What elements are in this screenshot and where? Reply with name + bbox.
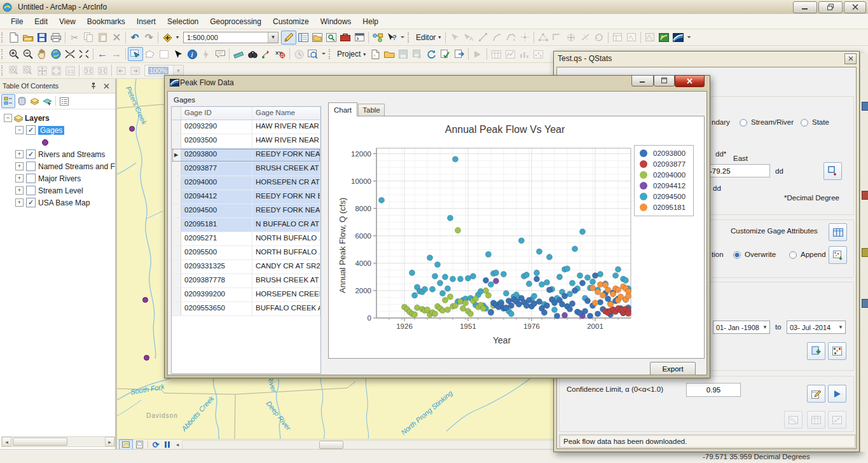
overwrite-radio-label[interactable]: Overwrite: [745, 251, 776, 258]
toc-named-streams-label[interactable]: Named Streams and F: [38, 162, 115, 171]
gage-point[interactable]: [144, 355, 149, 361]
arctoolbox-icon[interactable]: [338, 31, 352, 44]
toolbar-overflow-chevron[interactable]: ⏷: [399, 31, 406, 44]
undo-icon[interactable]: ↶: [128, 31, 142, 44]
state-radio-label[interactable]: State: [812, 118, 829, 126]
show-bars-icon[interactable]: [517, 48, 531, 60]
toc-node-major-rivers[interactable]: + Major Rivers: [0, 172, 115, 184]
find-icon[interactable]: [245, 48, 259, 60]
checkbox-checked-icon[interactable]: ✓: [26, 149, 36, 159]
layout-back-icon[interactable]: [114, 64, 128, 77]
toc-node-usa-base-map[interactable]: + ✓ USA Base Map: [0, 197, 115, 209]
stream-river-radio[interactable]: [740, 119, 747, 127]
table-row[interactable]: 02095271NORTH BUFFALO ...: [172, 232, 320, 246]
close-button[interactable]: [844, 1, 866, 13]
docked-tab-icon[interactable]: [862, 299, 868, 308]
new-document-icon[interactable]: [7, 31, 21, 44]
gages-table[interactable]: Gage ID Gage Name 02093290HAW RIVER NEAR…: [171, 106, 321, 374]
table-row[interactable]: 02095181N BUFFALO CR AT ...: [172, 218, 320, 232]
menu-insert[interactable]: Insert: [131, 15, 162, 28]
menu-geoprocessing[interactable]: Geoprocessing: [204, 15, 267, 28]
dialog-maximize-button[interactable]: [654, 75, 675, 86]
go-back-extent-icon[interactable]: ←: [95, 48, 109, 60]
layout-pan-icon[interactable]: [35, 64, 49, 77]
table-row[interactable]: 0209387778BRUSH CREEK AT ...: [172, 274, 320, 288]
layout-view-icon[interactable]: [133, 440, 146, 450]
copy-icon[interactable]: [81, 31, 95, 44]
menu-file[interactable]: File: [5, 15, 29, 28]
measure-icon[interactable]: [231, 48, 245, 60]
toc-gages-label[interactable]: Gages: [38, 126, 64, 135]
table-row[interactable]: 02093500HAW RIVER NEAR ...: [172, 134, 320, 148]
clear-selection-icon[interactable]: [157, 48, 171, 60]
docked-tab-icon[interactable]: [862, 191, 868, 200]
expand-icon[interactable]: +: [15, 198, 24, 207]
go-to-xy-icon[interactable]: XY: [273, 48, 287, 60]
map-scale-dropdown-arrow[interactable]: ▼: [268, 32, 278, 43]
restore-button[interactable]: [818, 1, 843, 13]
menu-bookmarks[interactable]: Bookmarks: [81, 15, 131, 28]
layout-zoom-dropdown-arrow[interactable]: ▼: [173, 66, 183, 76]
go-forward-extent-icon[interactable]: →: [109, 48, 123, 60]
open-project-icon[interactable]: [382, 48, 396, 60]
straight-segment-tool-icon[interactable]: [476, 31, 490, 44]
show-scatter-icon[interactable]: [531, 48, 545, 60]
qstats-toolbar-grip[interactable]: [329, 49, 332, 59]
menu-windows[interactable]: Windows: [315, 15, 357, 28]
menu-selection[interactable]: Selection: [162, 15, 204, 28]
table-row[interactable]: 0209553650BUFFALO CREEK A...: [172, 302, 320, 316]
rotate-tool-icon[interactable]: [592, 31, 606, 44]
export-project-icon[interactable]: [452, 48, 466, 60]
editor-overflow-chevron[interactable]: ⏷: [685, 31, 692, 44]
toc-node-rivers[interactable]: + ✓ Rivers and Streams: [0, 148, 115, 160]
toc-node-gages[interactable]: − ✓ Gages: [0, 124, 115, 136]
expand-icon[interactable]: +: [15, 150, 24, 158]
checkbox-unchecked-icon[interactable]: [26, 174, 36, 183]
toc-close-icon[interactable]: [100, 79, 113, 92]
toc-pin-icon[interactable]: [87, 79, 100, 92]
show-table-icon[interactable]: [489, 48, 503, 60]
add-gage-button[interactable]: [823, 162, 842, 180]
menu-edit[interactable]: Edit: [29, 15, 53, 28]
layout-full-page-icon[interactable]: [49, 64, 63, 77]
delete-icon[interactable]: [109, 31, 123, 44]
append-radio-label[interactable]: Append: [801, 251, 826, 258]
gage-point[interactable]: [142, 297, 148, 303]
pan-icon[interactable]: [35, 48, 49, 60]
point-tool-icon[interactable]: [518, 31, 532, 44]
menu-help[interactable]: Help: [357, 15, 384, 28]
table-row[interactable]: 0209331325CANDY CR AT SR2...: [172, 260, 320, 274]
select-by-polygon-icon[interactable]: [143, 48, 157, 60]
map-scale-combo[interactable]: 1:500,000 ▼: [183, 32, 279, 43]
dialog-title-bar[interactable]: Peak Flow Data: [165, 76, 710, 90]
modelbuilder-icon[interactable]: [371, 31, 385, 44]
end-date-combo[interactable]: 03- Jul -2014 ▼: [787, 321, 846, 334]
html-popup-icon[interactable]: [213, 48, 227, 60]
expand-icon[interactable]: +: [15, 186, 24, 195]
menu-customize[interactable]: Customize: [267, 15, 315, 28]
editor-toolbar-toggle-icon[interactable]: [281, 31, 296, 45]
time-slider-icon[interactable]: [292, 48, 306, 60]
validate-project-icon[interactable]: [438, 48, 452, 60]
qstats-logo-icon[interactable]: [671, 31, 685, 44]
create-features-icon[interactable]: [643, 31, 657, 44]
print-icon[interactable]: [49, 31, 63, 44]
table-row[interactable]: 02094000HORSEPEN CR AT ...: [172, 176, 320, 190]
end-date-dropdown-arrow[interactable]: ▼: [836, 324, 845, 330]
project-menu-button[interactable]: Project: [334, 50, 368, 59]
layout-forward-icon[interactable]: [128, 64, 142, 77]
catalog-window-icon[interactable]: [310, 31, 324, 44]
editor-menu-button[interactable]: Editor: [413, 33, 443, 42]
fixed-zoom-out-icon[interactable]: [77, 48, 91, 60]
save-project-icon[interactable]: [396, 48, 410, 60]
edit-tool-arrow-icon[interactable]: [448, 31, 462, 44]
gage-name-header[interactable]: Gage Name: [252, 107, 320, 120]
editor-toolbar-grip[interactable]: [408, 32, 411, 43]
menu-view[interactable]: View: [53, 15, 81, 28]
scroll-left-arrow[interactable]: ◂: [2, 437, 11, 446]
expand-icon[interactable]: +: [15, 162, 24, 170]
gage-tools-icon[interactable]: [657, 31, 671, 44]
split-tool-icon[interactable]: [578, 31, 592, 44]
collapse-icon[interactable]: −: [4, 114, 12, 122]
confidence-limit-input[interactable]: [686, 383, 741, 397]
